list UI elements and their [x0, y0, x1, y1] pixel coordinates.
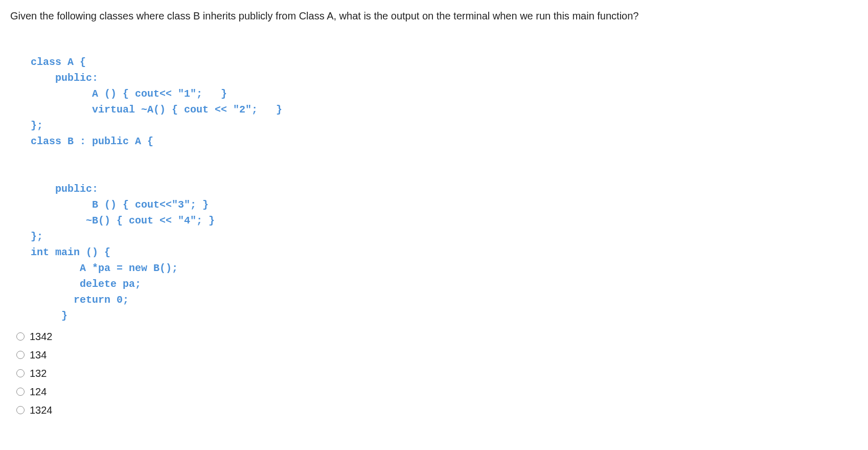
option-label: 1342 [30, 329, 53, 344]
radio-icon[interactable] [16, 351, 25, 359]
option-label: 132 [30, 366, 47, 381]
radio-icon[interactable] [16, 332, 25, 341]
question-text: Given the following classes where class … [10, 8, 858, 24]
radio-icon[interactable] [16, 369, 25, 377]
option-2[interactable]: 132 [16, 366, 858, 381]
option-label: 1324 [30, 402, 53, 418]
option-1[interactable]: 134 [16, 347, 858, 363]
option-label: 134 [30, 347, 47, 363]
option-label: 124 [30, 384, 47, 399]
option-3[interactable]: 124 [16, 384, 858, 399]
option-0[interactable]: 1342 [16, 329, 858, 344]
radio-icon[interactable] [16, 406, 25, 414]
code-block: class A { public: A () { cout<< "1"; } v… [31, 54, 858, 324]
options-list: 1342 134 132 124 1324 [16, 329, 858, 418]
option-4[interactable]: 1324 [16, 402, 858, 418]
radio-icon[interactable] [16, 388, 25, 396]
